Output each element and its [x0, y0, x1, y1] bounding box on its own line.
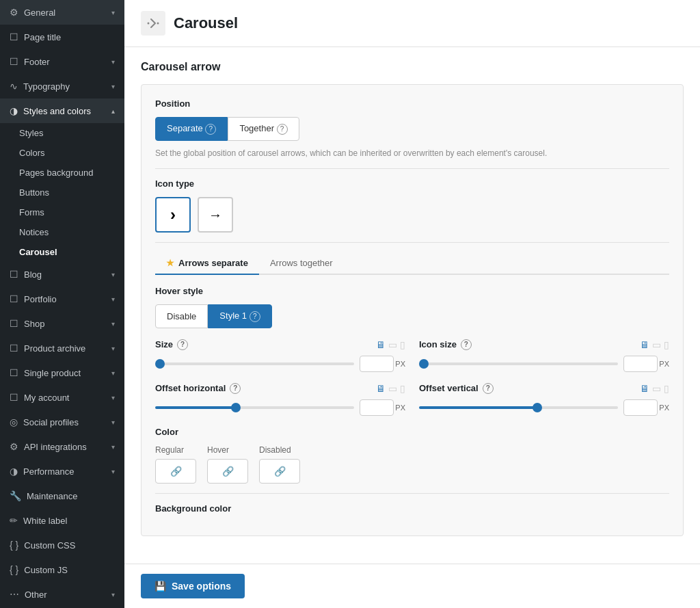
- size-value-input[interactable]: [360, 356, 394, 372]
- sidebar-item-api-integrations[interactable]: ⚙ API integrations ▾: [0, 434, 124, 459]
- sidebar-item-typography[interactable]: ∿ Typography ▾: [0, 74, 124, 98]
- icon-option-chevron[interactable]: ›: [155, 197, 191, 233]
- mobile-icon[interactable]: ▯: [400, 339, 405, 350]
- position-card: Position Separate ? Together ? Set the g…: [141, 84, 684, 536]
- color-regular-swatch[interactable]: 🔗: [155, 459, 196, 484]
- chevron-down-icon: ▾: [111, 394, 115, 401]
- sidebar-item-my-account[interactable]: ☐ My account ▾: [0, 385, 124, 410]
- color-disabled: Disabled 🔗: [259, 445, 300, 484]
- offset-vertical-help-icon[interactable]: ?: [483, 383, 494, 394]
- sidebar-item-custom-js[interactable]: { } Custom JS: [0, 557, 124, 582]
- separate-help-icon[interactable]: ?: [205, 124, 216, 135]
- sidebar-label-performance: Performance: [23, 466, 74, 477]
- sidebar-sub-item-forms[interactable]: Forms: [0, 202, 124, 222]
- sidebar-label-social-profiles: Social profiles: [23, 417, 79, 427]
- mobile-icon[interactable]: ▯: [664, 383, 669, 394]
- color-hover: Hover 🔗: [207, 445, 248, 484]
- sidebar-item-other[interactable]: ⋯ Other ▾: [0, 582, 124, 607]
- desktop-icon[interactable]: 🖥: [376, 383, 386, 394]
- tab-arrows-separate[interactable]: ★ Arrows separate: [155, 252, 259, 275]
- sidebar-item-product-archive[interactable]: ☐ Product archive ▾: [0, 336, 124, 360]
- desktop-icon[interactable]: 🖥: [640, 383, 649, 394]
- single-product-icon: ☐: [10, 367, 18, 378]
- sidebar-item-general[interactable]: ⚙ General ▾: [0, 0, 124, 25]
- offset-row: Offset horizontal ? 🖥 ▭ ▯ P: [155, 383, 669, 416]
- sidebar-label-portfolio: Portfolio: [24, 294, 57, 304]
- color-disabled-label: Disabled: [259, 445, 300, 455]
- save-bar: 💾 Save options: [124, 564, 700, 608]
- offset-vertical-slider-row: PX: [419, 399, 669, 416]
- sidebar-sub-item-carousel[interactable]: Carousel: [0, 242, 124, 262]
- chevron-down-icon: ▾: [111, 443, 115, 451]
- desktop-icon[interactable]: 🖥: [640, 339, 649, 350]
- chevron-down-icon: ▾: [111, 320, 115, 328]
- sidebar-sub-item-styles[interactable]: Styles: [0, 123, 124, 143]
- custom-css-icon: { }: [10, 540, 18, 551]
- position-hint: Set the global position of carousel arro…: [155, 148, 669, 159]
- offset-horizontal-value-input[interactable]: [360, 399, 394, 416]
- chevron-down-icon: ▾: [111, 295, 115, 303]
- tabs: ★ Arrows separate Arrows together: [155, 252, 669, 275]
- offset-horizontal-slider[interactable]: [155, 406, 354, 409]
- tablet-icon[interactable]: ▭: [652, 339, 661, 350]
- size-help-icon[interactable]: ?: [177, 339, 188, 350]
- chevron-down-icon: ▾: [111, 419, 115, 426]
- sidebar-item-shop[interactable]: ☐ Shop ▾: [0, 311, 124, 336]
- white-label-icon: ✏: [10, 515, 18, 526]
- together-help-icon[interactable]: ?: [277, 124, 288, 135]
- page-title-icon: ☐: [10, 31, 18, 42]
- page-title: Carousel: [174, 14, 238, 32]
- together-button[interactable]: Together ?: [228, 117, 299, 141]
- offset-vertical-label: Offset vertical ?: [419, 383, 494, 394]
- size-unit: PX: [395, 360, 405, 368]
- offset-vertical-device-icons: 🖥 ▭ ▯: [640, 383, 669, 394]
- sidebar-item-custom-css[interactable]: { } Custom CSS: [0, 533, 124, 557]
- separate-button[interactable]: Separate ?: [155, 117, 228, 141]
- sidebar-sub-item-notices[interactable]: Notices: [0, 222, 124, 242]
- svg-point-0: [148, 23, 150, 25]
- color-disabled-swatch[interactable]: 🔗: [259, 459, 300, 484]
- sidebar-sub-item-colors[interactable]: Colors: [0, 143, 124, 163]
- save-button[interactable]: 💾 Save options: [141, 574, 245, 598]
- offset-vertical-slider[interactable]: [419, 406, 618, 409]
- mobile-icon[interactable]: ▯: [664, 339, 669, 350]
- mobile-icon[interactable]: ▯: [400, 383, 405, 394]
- size-row: Size ? 🖥 ▭ ▯ PX: [155, 339, 669, 372]
- color-hover-swatch[interactable]: 🔗: [207, 459, 248, 484]
- icon-size-value-input[interactable]: [623, 356, 658, 372]
- sidebar-item-performance[interactable]: ◑ Performance ▾: [0, 459, 124, 484]
- api-integrations-icon: ⚙: [10, 441, 18, 452]
- icon-size-slider[interactable]: [419, 362, 618, 365]
- sidebar-sub-item-buttons[interactable]: Buttons: [0, 183, 124, 202]
- sidebar-item-footer[interactable]: ☐ Footer ▾: [0, 49, 124, 74]
- style1-button[interactable]: Style 1 ?: [208, 304, 271, 328]
- disable-button[interactable]: Disable: [155, 304, 208, 328]
- page-header: Carousel: [124, 0, 700, 47]
- icon-size-header: Icon size ? 🖥 ▭ ▯: [419, 339, 669, 350]
- sidebar-item-blog[interactable]: ☐ Blog ▾: [0, 262, 124, 287]
- sidebar-item-maintenance[interactable]: 🔧 Maintenance: [0, 484, 124, 508]
- sidebar-item-social-profiles[interactable]: ◎ Social profiles ▾: [0, 410, 124, 434]
- bg-color-label: Background color: [155, 503, 669, 514]
- icon-size-help-icon[interactable]: ?: [461, 339, 472, 350]
- icon-option-arrow[interactable]: →: [198, 197, 233, 233]
- offset-horizontal-help-icon[interactable]: ?: [230, 383, 241, 394]
- size-slider[interactable]: [155, 362, 354, 365]
- tablet-icon[interactable]: ▭: [652, 383, 661, 394]
- sidebar-item-portfolio[interactable]: ☐ Portfolio ▾: [0, 287, 124, 311]
- offset-vertical-value-input[interactable]: [623, 399, 658, 416]
- tablet-icon[interactable]: ▭: [388, 383, 397, 394]
- tablet-icon[interactable]: ▭: [388, 339, 397, 350]
- offset-horizontal-slider-row: PX: [155, 399, 405, 416]
- sidebar-item-page-title[interactable]: ☐ Page title: [0, 25, 124, 49]
- desktop-icon[interactable]: 🖥: [376, 339, 386, 350]
- sidebar-item-styles-and-colors[interactable]: ◑ Styles and colors ▴: [0, 98, 124, 123]
- chevron-down-icon: ▾: [111, 271, 115, 278]
- color-regular: Regular 🔗: [155, 445, 196, 484]
- tab-arrows-together[interactable]: Arrows together: [259, 252, 344, 275]
- sidebar-sub-item-pages-background[interactable]: Pages background: [0, 163, 124, 183]
- sidebar-item-white-label[interactable]: ✏ White label: [0, 508, 124, 533]
- sidebar-item-single-product[interactable]: ☐ Single product ▾: [0, 360, 124, 385]
- style1-help-icon[interactable]: ?: [250, 311, 260, 322]
- chevron-down-icon: ▾: [111, 369, 115, 377]
